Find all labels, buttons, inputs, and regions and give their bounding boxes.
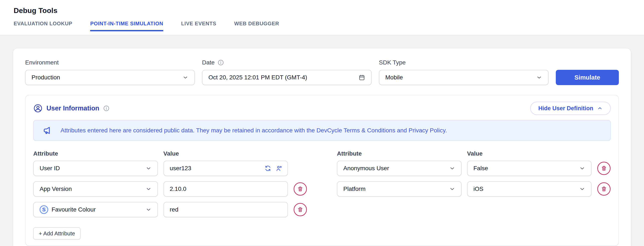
app-version-attribute-select[interactable]: App Version [33,181,158,197]
row-action [597,162,611,175]
value-cell [164,161,288,176]
column-headers: Attribute Value [337,150,611,157]
user-information-title-group: User Information [33,104,110,113]
platform-attribute-select[interactable]: Platform [337,181,462,197]
favourite-colour-attribute-select[interactable]: S Favourite Colour [33,202,158,217]
tab-web-debugger[interactable]: WEB DEBUGGER [234,21,279,31]
attribute-row-platform: Platform iOS [337,181,611,197]
sdk-type-select[interactable]: Mobile [379,70,548,85]
public-data-banner: Attributes entered here are considered p… [33,120,611,141]
date-value: Oct 20, 2025 12:01 PM EDT (GMT-4) [208,74,307,81]
value-cell: iOS [467,181,592,197]
sdk-type-field: SDK Type Mobile [379,59,548,85]
chevron-down-icon [449,165,455,171]
user-id-attribute-value: User ID [40,165,60,172]
chevron-down-icon [146,165,152,171]
chevron-down-icon [449,186,455,192]
row-action [597,182,611,196]
anonymous-user-attribute-value: Anonymous User [343,165,389,172]
date-label: Date [202,59,372,66]
platform-value: iOS [474,186,484,192]
person-add-icon[interactable] [276,165,282,172]
attribute-column-header: Attribute [33,150,158,157]
value-cell: False [467,161,592,176]
tab-point-in-time-simulation[interactable]: POINT-IN-TIME SIMULATION [90,21,163,31]
attribute-row-anonymous-user: Anonymous User False [337,161,611,176]
chevron-down-icon [579,165,585,171]
row-action [294,203,307,216]
chevron-up-icon [597,106,603,111]
value-cell [164,202,288,217]
user-information-header: User Information Hide User Definition [33,102,611,115]
favourite-colour-select-content: S Favourite Colour [40,205,96,214]
simulation-controls: Environment Production Date Oct 20, 2025… [25,59,619,85]
trash-icon [297,207,303,213]
environment-select[interactable]: Production [25,70,195,85]
chevron-down-icon [536,74,542,80]
megaphone-icon [42,126,52,135]
anonymous-user-attribute-select[interactable]: Anonymous User [337,161,462,176]
attribute-row-app-version: App Version [33,181,307,197]
calendar-icon[interactable] [358,74,365,81]
hide-user-definition-button[interactable]: Hide User Definition [530,102,611,115]
hide-user-definition-label: Hide User Definition [538,105,593,112]
trash-icon [297,186,303,192]
add-attribute-button[interactable]: + Add Attribute [33,227,80,240]
trash-icon [601,165,607,171]
value-column-header: Value [164,150,288,157]
attributes-grid: Attribute Value User ID [33,150,611,240]
chevron-down-icon [146,207,152,213]
anonymous-user-value-select[interactable]: False [467,161,592,176]
column-headers: Attribute Value [33,150,307,157]
user-information-panel: User Information Hide User Definition At… [25,95,619,246]
delete-anonymous-user-button[interactable] [597,162,610,175]
page-header: Debug Tools EVALUATION LOOKUP POINT-IN-T… [0,0,644,35]
value-column-header: Value [467,150,592,157]
attribute-cell: Anonymous User [337,161,462,176]
attribute-cell: User ID [33,161,158,176]
simulation-card: Environment Production Date Oct 20, 2025… [13,48,631,246]
user-information-title: User Information [46,104,99,112]
app-version-value-input[interactable] [164,181,288,197]
tab-live-events[interactable]: LIVE EVENTS [181,21,216,31]
attribute-row-favourite-colour: S Favourite Colour [33,202,307,217]
info-icon[interactable] [218,59,224,66]
chevron-down-icon [182,74,188,80]
app-version-attribute-value: App Version [40,186,72,192]
refresh-icon[interactable] [264,165,271,172]
platform-attribute-value: Platform [343,186,366,192]
environment-value: Production [32,74,60,81]
trash-icon [601,186,607,192]
public-data-banner-text: Attributes entered here are considered p… [60,127,447,134]
tab-evaluation-lookup[interactable]: EVALUATION LOOKUP [14,21,72,31]
user-id-input-icons [264,161,282,176]
value-cell [164,181,288,197]
delete-app-version-button[interactable] [294,182,307,196]
attributes-right-column: Attribute Value Anonymous User False [337,150,611,240]
platform-value-select[interactable]: iOS [467,181,592,197]
user-circle-icon [33,104,42,113]
attributes-left-column: Attribute Value User ID [33,150,307,240]
sdk-type-label: SDK Type [379,59,548,66]
attribute-row-user-id: User ID [33,161,307,176]
tab-bar: EVALUATION LOOKUP POINT-IN-TIME SIMULATI… [14,21,630,31]
user-id-attribute-select[interactable]: User ID [33,161,158,176]
date-input[interactable]: Oct 20, 2025 12:01 PM EDT (GMT-4) [202,70,372,85]
attribute-column-header: Attribute [337,150,462,157]
anonymous-user-value: False [474,165,488,172]
attribute-cell: Platform [337,181,462,197]
delete-platform-button[interactable] [597,182,610,196]
chevron-down-icon [146,186,152,192]
info-icon[interactable] [103,105,110,111]
environment-label: Environment [25,59,195,66]
environment-field: Environment Production [25,59,195,85]
chevron-down-icon [579,186,585,192]
favourite-colour-value-input[interactable] [164,202,288,217]
string-type-badge: S [40,205,48,214]
sdk-type-value: Mobile [385,74,403,81]
favourite-colour-attribute-value: Favourite Colour [52,206,96,213]
date-label-text: Date [202,59,214,66]
attribute-cell: App Version [33,181,158,197]
simulate-button[interactable]: Simulate [556,70,619,85]
delete-favourite-colour-button[interactable] [294,203,307,216]
